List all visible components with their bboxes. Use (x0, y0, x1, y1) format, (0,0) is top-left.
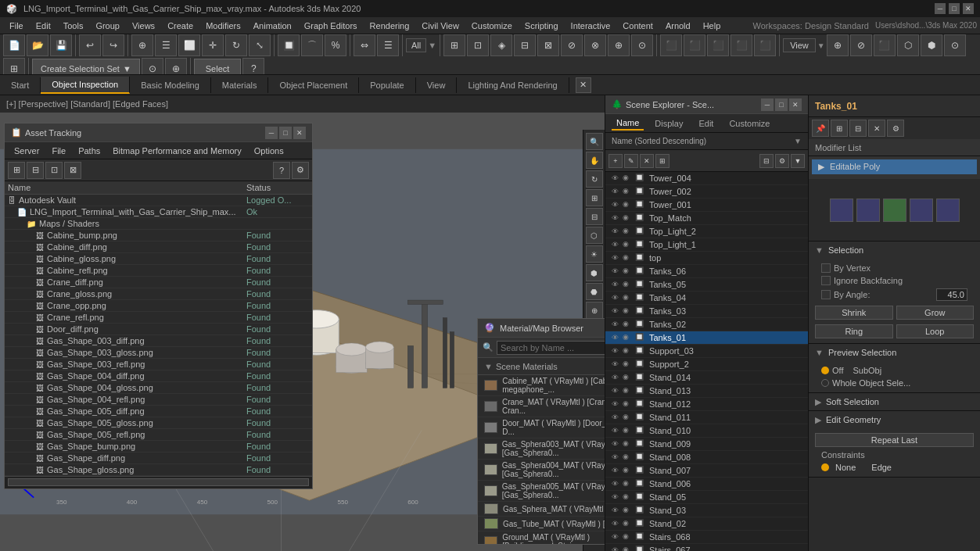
asset-list-item[interactable]: 🖼Gas_Shape_003_gloss.pngFound (5, 347, 312, 359)
tb-icon-9[interactable]: ⊙ (631, 34, 653, 56)
asset-list-item[interactable]: 🖼Cabine_refl.pngFound (5, 265, 312, 277)
asset-tb-help[interactable]: ? (273, 162, 290, 179)
vp-grid-btn[interactable]: ⊕ (586, 302, 603, 319)
asset-tb-3[interactable]: ⊡ (45, 162, 63, 179)
tb-more-3[interactable]: ⬛ (874, 34, 896, 56)
create-selection-button[interactable]: Create Selection Set ▼ (32, 59, 140, 75)
view-btn-5[interactable]: ⬛ (754, 34, 776, 56)
menu-edit[interactable]: Edit (30, 20, 57, 32)
mod-tb-make-unique[interactable]: ⊟ (849, 120, 867, 137)
scene-tb-filter[interactable]: ⊟ (759, 154, 774, 168)
subobj-poly[interactable] (910, 199, 933, 222)
scene-list-item[interactable]: 👁 ◉ 🔲 Stand_05 (605, 491, 808, 504)
scale-button[interactable]: ⤡ (249, 34, 271, 56)
asset-list-item[interactable]: 🖼Crane_opp.pngFound (5, 300, 312, 312)
se-tab-edit[interactable]: Edit (694, 117, 718, 130)
asset-list-item[interactable]: 🖼Gas_Shape_bump.pngFound (5, 441, 312, 453)
maximize-button[interactable]: □ (949, 3, 960, 14)
asset-minimize-btn[interactable]: ─ (265, 127, 278, 139)
asset-list-item[interactable]: 🖼Crane_diff.pngFound (5, 277, 312, 288)
menu-customize[interactable]: Customize (465, 20, 519, 32)
by-angle-input[interactable] (936, 288, 967, 301)
menu-arnold[interactable]: Arnold (659, 20, 697, 32)
asset-maximize-btn[interactable]: □ (279, 127, 292, 139)
tb-icon-7[interactable]: ⊗ (584, 34, 606, 56)
grow-button[interactable]: Grow (896, 306, 975, 320)
align-button[interactable]: ☰ (377, 34, 399, 56)
scene-tb-collapse[interactable]: ▼ (791, 154, 805, 168)
subobj-vertex[interactable] (830, 199, 853, 222)
scene-list-item[interactable]: 👁 ◉ 🔲 Stand_008 (605, 451, 808, 464)
vp-pan-btn[interactable]: ✋ (586, 152, 603, 169)
vp-lighting-btn[interactable]: ☀ (586, 245, 603, 263)
asset-list-item[interactable]: 🖼Cabine_bump.pngFound (5, 230, 312, 242)
help-button[interactable]: ? (242, 58, 264, 75)
menu-rendering[interactable]: Rendering (364, 20, 416, 32)
none-radio[interactable] (821, 463, 829, 471)
view-btn-2[interactable]: ⬛ (684, 34, 705, 56)
open-button[interactable]: 📂 (27, 34, 48, 56)
scene-list-item[interactable]: 👁 ◉ 🔲 Stand_013 (605, 385, 808, 398)
scene-list-item[interactable]: 👁 ◉ 🔲 Tanks_03 (605, 305, 808, 318)
asset-close-btn[interactable]: ✕ (293, 127, 306, 139)
asset-menu-file[interactable]: File (45, 145, 72, 157)
scene-list-item[interactable]: 👁 ◉ 🔲 Stand_007 (605, 464, 808, 478)
select-by-name-button[interactable]: ☰ (155, 34, 177, 56)
shrink-button[interactable]: Shrink (815, 306, 893, 320)
menu-graph-editors[interactable]: Graph Editors (298, 20, 364, 32)
asset-tb-settings[interactable]: ⚙ (292, 162, 309, 179)
vp-zoom-btn[interactable]: 🔍 (586, 133, 603, 150)
by-angle-checkbox[interactable] (821, 290, 831, 299)
mod-tb-config[interactable]: ⚙ (887, 120, 904, 137)
select-button[interactable]: Select (194, 59, 242, 75)
scene-list-item[interactable]: 👁 ◉ 🔲 Stairs_068 (605, 531, 808, 544)
tb-icon-5[interactable]: ⊠ (537, 34, 559, 56)
menu-group[interactable]: Group (89, 20, 126, 32)
preview-whole-radio[interactable] (821, 379, 829, 387)
mat-list[interactable]: Cabine_MAT ( VRayMtl ) [Cabine, megaphon… (478, 375, 605, 544)
scene-list-item[interactable]: 👁 ◉ 🔲 Top_Match (605, 212, 808, 225)
repeat-last-button[interactable]: Repeat Last (815, 433, 974, 447)
vp-field-btn[interactable]: ⊞ (586, 189, 603, 206)
by-vertex-checkbox[interactable] (821, 263, 831, 273)
asset-list-item[interactable]: 📄LNG_Import_Terminal_with_Gas_Carrier_Sh… (5, 206, 312, 218)
close-tab-icon[interactable]: ✕ (576, 77, 591, 93)
scene-tb-edit[interactable]: ✎ (624, 154, 638, 168)
asset-list-item[interactable]: 🖼Gas_Shape_004_diff.pngFound (5, 370, 312, 382)
asset-list-item[interactable]: 🖼Gas_Shape_diff.pngFound (5, 453, 312, 464)
rotate-button[interactable]: ↻ (225, 34, 247, 56)
scene-explorer-minimize-btn[interactable]: ─ (761, 98, 774, 111)
ignore-backfacing-checkbox[interactable] (821, 276, 831, 285)
asset-menu-options[interactable]: Options (248, 145, 290, 157)
scene-list-item[interactable]: 👁 ◉ 🔲 Stand_011 (605, 411, 808, 424)
snap-angle-button[interactable]: ⌒ (301, 34, 323, 56)
tb-more-2[interactable]: ⊘ (850, 34, 872, 56)
save-button[interactable]: 💾 (50, 34, 72, 56)
asset-tb-2[interactable]: ⊟ (27, 162, 44, 179)
scene-tb-add[interactable]: + (608, 154, 623, 168)
asset-list-item[interactable]: 🖼Crane_refl.pngFound (5, 312, 312, 324)
subobj-edge[interactable] (856, 199, 880, 222)
undo-button[interactable]: ↩ (79, 34, 101, 56)
preview-off-radio[interactable] (821, 367, 829, 374)
scene-list-item[interactable]: 👁 ◉ 🔲 Tanks_02 (605, 318, 808, 331)
asset-menu-server[interactable]: Server (8, 145, 45, 157)
select-object-button[interactable]: ⊕ (131, 34, 153, 56)
se-tab-customize[interactable]: Customize (724, 117, 774, 130)
scene-list-item[interactable]: 👁 ◉ 🔲 Support_03 (605, 345, 808, 358)
menu-interactive[interactable]: Interactive (565, 20, 617, 32)
scene-tb-del[interactable]: ✕ (640, 154, 654, 168)
editable-poly-modifier[interactable]: ▶ Editable Poly (812, 159, 977, 174)
tb-icon-2[interactable]: ⊡ (467, 34, 489, 56)
tab-view[interactable]: View (416, 77, 458, 93)
scene-list-item[interactable]: 👁 ◉ 🔲 Tower_002 (605, 185, 808, 199)
scene-list-item[interactable]: 👁 ◉ 🔲 Tanks_05 (605, 278, 808, 292)
redo-button[interactable]: ↪ (102, 34, 124, 56)
scene-list-item[interactable]: 👁 ◉ 🔲 Tanks_01 (605, 331, 808, 345)
asset-list-item[interactable]: 🖼Gas_Shape_005_gloss.pngFound (5, 417, 312, 429)
menu-tools[interactable]: Tools (57, 20, 90, 32)
vp-material-btn[interactable]: ⬣ (586, 283, 603, 300)
tab-object-inspection[interactable]: Object Inspection (41, 77, 130, 94)
view-dropdown[interactable]: View ▼ (783, 38, 825, 52)
mat-list-item[interactable]: Gas_Tube_MAT ( VRayMtl ) [Gas_Tube] (478, 517, 605, 531)
